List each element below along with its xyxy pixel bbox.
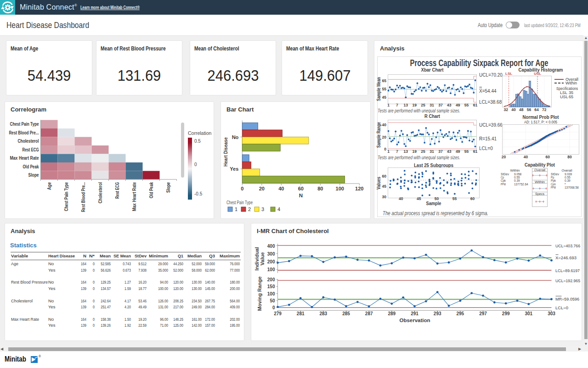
svg-text:50: 50 (270, 298, 275, 303)
svg-text:1.92: 1.92 (124, 323, 131, 328)
svg-text:LCL=0: LCL=0 (479, 146, 493, 151)
svg-text:No: No (48, 298, 54, 303)
svg-text:Heart Disease: Heart Disease (223, 137, 228, 167)
svg-text:Maximum: Maximum (220, 253, 240, 258)
svg-text:0: 0 (93, 279, 95, 284)
svg-text:4.20: 4.20 (124, 304, 131, 309)
svg-text:Q1: Q1 (178, 253, 184, 258)
svg-text:139: 139 (81, 304, 86, 309)
svg-text:3: 3 (261, 206, 264, 212)
svg-text:59.000: 59.000 (205, 261, 215, 266)
svg-text:0: 0 (93, 317, 95, 322)
svg-text:20: 20 (259, 186, 265, 191)
svg-text:285: 285 (342, 311, 350, 316)
svg-text:X=246.693: X=246.693 (555, 255, 577, 260)
svg-text:Rest Blood Pressure: Rest Blood Pressure (11, 279, 48, 284)
svg-text:Heart Disease: Heart Disease (48, 253, 75, 258)
svg-text:0: 0 (93, 298, 95, 303)
svg-text:164: 164 (81, 279, 86, 284)
svg-text:164: 164 (81, 317, 86, 322)
svg-text:Individual: Individual (254, 247, 260, 270)
svg-text:20: 20 (502, 155, 506, 159)
svg-text:301: 301 (525, 311, 532, 316)
svg-text:172.00: 172.00 (205, 317, 215, 322)
svg-text:13: 13 (404, 103, 408, 107)
svg-text:Median: Median (187, 253, 202, 258)
svg-text:94.00: 94.00 (160, 279, 168, 284)
svg-text:131.00: 131.00 (158, 304, 168, 309)
svg-text:195.00: 195.00 (230, 323, 240, 328)
svg-text:50: 50 (435, 196, 439, 201)
svg-text:37: 37 (438, 149, 443, 154)
svg-text:0: 0 (93, 268, 95, 273)
svg-text:UCL=39.66: UCL=39.66 (479, 123, 503, 128)
svg-text:96.00: 96.00 (160, 317, 168, 322)
svg-text:7: 7 (396, 103, 398, 107)
svg-text:251.47: 251.47 (101, 304, 111, 309)
svg-text:Max Heart Rate: Max Heart Rate (11, 317, 39, 322)
svg-text:Within: Within (565, 81, 577, 85)
svg-text:52.585: 52.585 (101, 261, 111, 266)
svg-text:126.00: 126.00 (158, 298, 168, 303)
svg-text:31: 31 (430, 149, 434, 154)
svg-text:40: 40 (399, 196, 403, 201)
svg-text:45: 45 (417, 196, 421, 201)
svg-text:Rest ECG: Rest ECG (115, 182, 120, 199)
svg-text:Minimum: Minimum (149, 253, 168, 258)
svg-text:200: 200 (267, 277, 275, 282)
svg-text:Process Capability Sixpack Rep: Process Capability Sixpack Report for Ag… (410, 58, 548, 68)
svg-text:No: No (48, 317, 54, 322)
svg-text:Slope: Slope (166, 182, 171, 193)
svg-text:140.00: 140.00 (205, 279, 215, 284)
svg-text:9.512: 9.512 (138, 261, 147, 266)
svg-text:284.00: 284.00 (205, 304, 215, 309)
svg-text:249.00: 249.00 (192, 304, 202, 309)
svg-text:Sample: Sample (426, 201, 441, 206)
svg-text:Yes: Yes (48, 304, 56, 309)
svg-text:Yes: Yes (48, 268, 56, 273)
svg-text:PPM: PPM (551, 185, 556, 190)
svg-text:LSL: LSL (505, 72, 512, 76)
svg-text:45: 45 (382, 184, 387, 189)
svg-text:49: 49 (456, 149, 460, 154)
svg-text:164: 164 (81, 261, 86, 266)
svg-text:0: 0 (384, 147, 386, 151)
svg-text:303: 303 (548, 311, 555, 316)
svg-text:USL: USL (560, 95, 568, 99)
svg-text:40: 40 (524, 155, 528, 159)
svg-text:293: 293 (434, 311, 441, 316)
svg-text:Yes: Yes (48, 286, 56, 291)
svg-text:Chest Pain Type: Chest Pain Type (64, 182, 69, 211)
svg-text:16.20: 16.20 (138, 279, 147, 284)
svg-text:279: 279 (274, 311, 282, 316)
svg-text:4.17: 4.17 (124, 298, 131, 303)
svg-text:242.64: 242.64 (101, 298, 111, 303)
svg-text:LCL=89.6197: LCL=89.6197 (555, 268, 580, 273)
svg-text:Last 25 Subgroups: Last 25 Subgroups (414, 162, 453, 168)
svg-text:Value: Value (260, 252, 265, 266)
svg-text:Tests are performed with unequ: Tests are performed with unequal sample … (378, 155, 460, 160)
svg-text:55: 55 (464, 103, 469, 107)
svg-text:283: 283 (319, 311, 327, 316)
svg-text:R Chart: R Chart (424, 113, 440, 119)
svg-text:267.75: 267.75 (205, 298, 215, 303)
svg-text:200: 200 (267, 259, 275, 264)
svg-text:202.00: 202.00 (230, 317, 240, 322)
svg-text:32: 32 (504, 107, 509, 112)
svg-text:100: 100 (267, 291, 275, 296)
svg-text:40: 40 (382, 123, 387, 127)
svg-text:25: 25 (421, 103, 425, 107)
svg-text:Rest Blood Pre...: Rest Blood Pre... (81, 182, 86, 212)
svg-text:31: 31 (430, 103, 434, 107)
svg-text:60: 60 (545, 155, 550, 159)
svg-text:0.673: 0.673 (123, 268, 131, 273)
svg-text:58.000: 58.000 (192, 268, 202, 273)
svg-text:UCL=70.20: UCL=70.20 (479, 72, 503, 78)
svg-text:53.46: 53.46 (138, 298, 147, 303)
svg-text:61: 61 (473, 103, 478, 107)
svg-text:61: 61 (473, 149, 478, 154)
svg-text:-0.5: -0.5 (194, 191, 203, 196)
svg-text:120.00: 120.00 (173, 286, 183, 291)
svg-text:1.27: 1.27 (124, 279, 131, 284)
svg-text:Max Heart Rate: Max Heart Rate (10, 156, 39, 161)
